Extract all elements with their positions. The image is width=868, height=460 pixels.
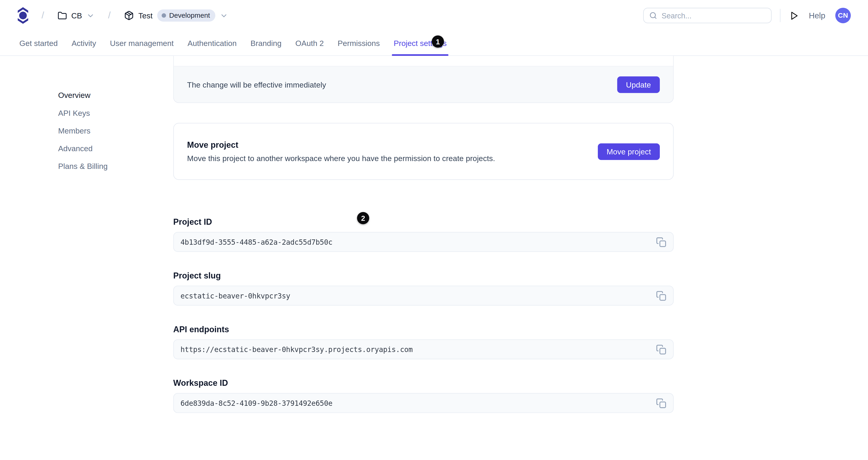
package-icon [124, 10, 134, 21]
field-value-box: 4b13df9d-3555-4485-a62a-2adc55d7b50c [173, 232, 674, 252]
header-actions: Help CN [643, 8, 851, 23]
field-workspace-id: Workspace ID 6de839da-8c52-4109-9b28-379… [173, 378, 674, 413]
help-link[interactable]: Help [809, 11, 825, 20]
breadcrumb-separator: / [41, 10, 44, 21]
app-root: / CB / [0, 0, 868, 460]
ory-logo[interactable] [18, 7, 28, 24]
sidebar-item-overview[interactable]: Overview [58, 91, 91, 99]
environment-badge: Development [157, 9, 216, 22]
chevron-down-icon [220, 11, 228, 20]
update-card-footer: The change will be effective immediately… [174, 66, 673, 102]
field-project-slug: Project slug ecstatic-beaver-0hkvpcr3sy [173, 271, 674, 306]
play-button[interactable] [789, 11, 799, 20]
tab-get-started[interactable]: Get started [18, 31, 59, 55]
breadcrumb-separator: / [108, 10, 111, 21]
update-card: The change will be effective immediately… [173, 56, 674, 103]
search-icon [650, 12, 657, 20]
sidebar-item-api-keys[interactable]: API Keys [58, 109, 90, 117]
copy-icon [656, 290, 666, 301]
search-input[interactable] [662, 11, 766, 20]
field-api-endpoints: API endpoints https://ecstatic-beaver-0h… [173, 325, 674, 359]
update-message: The change will be effective immediately [187, 80, 326, 89]
field-value: 4b13df9d-3555-4485-a62a-2adc55d7b50c [180, 238, 333, 246]
tab-permissions[interactable]: Permissions [336, 31, 381, 55]
copy-button[interactable] [655, 289, 668, 302]
update-card-body [174, 56, 673, 66]
environment-dot-icon [161, 13, 166, 18]
top-header: / CB / [0, 0, 868, 31]
field-value: ecstatic-beaver-0hkvpcr3sy [180, 292, 290, 300]
sidebar-item-advanced[interactable]: Advanced [58, 145, 93, 152]
move-project-title: Move project [187, 140, 495, 150]
workspace-switcher[interactable]: CB [57, 11, 95, 20]
tab-branding[interactable]: Branding [249, 31, 283, 55]
copy-button[interactable] [655, 397, 668, 409]
tab-activity[interactable]: Activity [70, 31, 98, 55]
header-divider [780, 9, 780, 22]
copy-button[interactable] [655, 236, 668, 248]
move-project-description: Move this project to another workspace w… [187, 154, 495, 163]
tab-user-management[interactable]: User management [108, 31, 175, 55]
field-label: Project ID [173, 217, 674, 226]
field-value: 6de839da-8c52-4109-9b28-3791492e650e [180, 399, 333, 407]
header-breadcrumb-area: / CB / [18, 7, 228, 24]
field-label: Project slug [173, 271, 674, 280]
sidebar-item-members[interactable]: Members [58, 127, 91, 135]
sidebar-item-plans-billing[interactable]: Plans & Billing [58, 162, 108, 170]
field-project-id: Project ID 4b13df9d-3555-4485-a62a-2adc5… [173, 217, 674, 252]
play-icon [789, 11, 799, 20]
move-project-text: Move project Move this project to anothe… [187, 140, 495, 163]
environment-label: Development [169, 12, 210, 20]
field-value-box: 6de839da-8c52-4109-9b28-3791492e650e [173, 393, 674, 413]
move-project-button[interactable]: Move project [598, 143, 660, 160]
copy-icon [656, 344, 666, 355]
tab-bar: Get started Activity User management Aut… [0, 31, 868, 56]
field-label: API endpoints [173, 325, 674, 334]
annotation-badge-1: 1 [432, 35, 444, 48]
copy-icon [656, 237, 666, 247]
ory-logo-icon [18, 7, 28, 24]
settings-sidebar: Overview API Keys Members Advanced Plans… [0, 56, 173, 180]
annotation-badge-2: 2 [357, 212, 369, 224]
field-value-box: ecstatic-beaver-0hkvpcr3sy [173, 285, 674, 306]
folder-icon [57, 11, 67, 20]
tab-oauth2[interactable]: OAuth 2 [293, 31, 325, 55]
field-value-box: https://ecstatic-beaver-0hkvpcr3sy.proje… [173, 339, 674, 359]
move-project-card: Move project Move this project to anothe… [173, 123, 674, 180]
field-value: https://ecstatic-beaver-0hkvpcr3sy.proje… [180, 345, 413, 354]
search-box [643, 8, 772, 23]
copy-icon [656, 398, 666, 408]
project-switcher[interactable]: Test Development [124, 9, 228, 22]
update-button[interactable]: Update [617, 76, 660, 93]
tab-authentication[interactable]: Authentication [186, 31, 238, 55]
main-content: The change will be effective immediately… [173, 56, 674, 460]
workspace-name: CB [71, 11, 82, 20]
avatar[interactable]: CN [835, 8, 851, 23]
chevron-down-icon [86, 11, 95, 20]
content-area: Overview API Keys Members Advanced Plans… [0, 56, 868, 460]
field-label: Workspace ID [173, 378, 674, 388]
project-name: Test [138, 11, 153, 20]
project-identifiers: Project ID 4b13df9d-3555-4485-a62a-2adc5… [173, 217, 674, 413]
copy-button[interactable] [655, 343, 668, 356]
